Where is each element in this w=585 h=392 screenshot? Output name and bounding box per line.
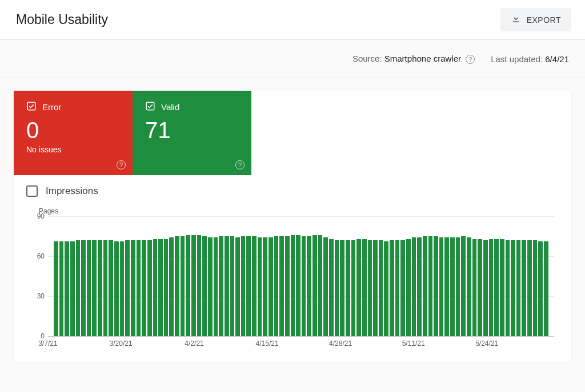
chart-bar <box>373 240 378 336</box>
tile-error[interactable]: Error 0 No issues ? <box>14 91 133 175</box>
chart-x-tick: 4/28/21 <box>329 340 352 347</box>
chart-bar <box>147 240 152 336</box>
chart-bar <box>219 236 223 336</box>
chart-bar <box>191 235 196 336</box>
chart-bar <box>291 235 295 336</box>
chart-bar <box>164 239 169 336</box>
chart-bar <box>186 235 190 336</box>
chart-bar <box>329 239 334 336</box>
chart-bar <box>158 239 163 336</box>
chart-bar <box>346 240 350 336</box>
chart-x-tick: 5/24/21 <box>475 340 498 347</box>
chart-bar <box>98 240 102 336</box>
chart-bar <box>208 237 213 336</box>
chart-bar <box>368 240 372 336</box>
chart-y-tick: 30 <box>31 292 45 300</box>
impressions-checkbox[interactable] <box>26 185 38 197</box>
chart-bar <box>59 241 64 336</box>
chart-bar <box>379 240 383 336</box>
chart-bar <box>87 240 91 336</box>
chart-bar <box>516 240 521 336</box>
chart-bar <box>76 240 81 336</box>
chart-bar <box>527 240 532 336</box>
tile-valid-count: 71 <box>145 118 241 143</box>
updated-label: Last updated: <box>491 54 543 64</box>
chart-bar <box>406 239 411 336</box>
chart-bar <box>109 240 113 336</box>
chart-bar <box>538 241 543 336</box>
chart-bar <box>444 237 449 336</box>
chart-bar <box>120 241 125 336</box>
help-icon[interactable]: ? <box>466 55 475 64</box>
chart-bar <box>279 236 284 336</box>
export-label: EXPORT <box>527 15 561 25</box>
chart-bar <box>434 236 438 336</box>
chart-bar <box>439 237 444 336</box>
chart-bar <box>544 241 548 336</box>
chart-y-tick: 90 <box>31 212 45 220</box>
chart-bar <box>153 239 158 336</box>
chart-bar <box>417 237 422 336</box>
chart-bar <box>131 240 135 336</box>
chart-y-title: Pages <box>39 207 559 215</box>
chart-bar <box>351 240 356 336</box>
chart-plot-area: 0306090 <box>48 216 554 336</box>
chart-bar <box>522 240 526 336</box>
chart-bar <box>400 240 405 336</box>
chart-y-tick: 0 <box>31 332 45 340</box>
chart-bar <box>114 241 119 336</box>
chart-bar <box>472 239 477 336</box>
chart-bar <box>533 240 538 336</box>
download-icon <box>511 14 521 26</box>
chart-bar <box>318 235 323 336</box>
chart-x-tick: 4/2/21 <box>185 340 203 347</box>
page-title: Mobile Usability <box>16 12 108 27</box>
source-value: Smartphone crawler <box>384 54 461 63</box>
chart-bars <box>48 216 554 336</box>
chart-bar <box>478 239 482 336</box>
chart-bar <box>263 237 267 336</box>
chart-gridline <box>48 336 554 337</box>
chart-bar <box>323 237 328 336</box>
help-icon[interactable]: ? <box>117 160 126 169</box>
chart-bar <box>65 241 69 336</box>
chart-bar <box>423 236 427 336</box>
help-icon[interactable]: ? <box>235 160 245 169</box>
chart-bar <box>225 236 229 336</box>
chart-bar <box>384 241 388 336</box>
summary-card: Error 0 No issues ? Valid 71 ? Impressio… <box>14 91 571 361</box>
chart-x-tick: 3/20/21 <box>110 340 133 347</box>
chart-bar <box>252 236 257 336</box>
chart-bar <box>274 236 279 336</box>
chart-bar <box>214 237 218 336</box>
chart-bar <box>390 240 394 336</box>
meta-row: Source: Smartphone crawler ? Last update… <box>0 40 585 78</box>
chart-bar <box>412 237 416 336</box>
tile-error-label: Error <box>42 102 61 112</box>
svg-rect-1 <box>146 102 154 110</box>
chart-bar <box>235 237 240 336</box>
chart-bar <box>494 239 499 336</box>
chart-y-tick: 60 <box>31 252 45 260</box>
chart-bar <box>258 237 262 336</box>
tile-error-count: 0 <box>26 118 122 143</box>
export-button[interactable]: EXPORT <box>500 8 571 31</box>
chart-bar <box>125 240 130 336</box>
impressions-row: Impressions <box>14 175 571 203</box>
chart-bar <box>241 236 246 336</box>
chart-bar <box>296 235 300 336</box>
chart-bar <box>137 240 141 336</box>
chart-x-tick: 3/7/21 <box>38 340 57 347</box>
svg-rect-0 <box>27 102 35 110</box>
tile-valid[interactable]: Valid 71 ? <box>133 91 251 175</box>
chart-bar <box>285 236 290 336</box>
chart-bar <box>428 236 433 336</box>
chart-bar <box>103 240 108 336</box>
chart-bar <box>362 239 367 336</box>
chart-bar <box>456 237 460 336</box>
chart-bar <box>489 239 494 336</box>
chart-bar <box>340 240 344 336</box>
chart-bar <box>142 240 146 336</box>
chart-bar <box>335 240 339 336</box>
updated-value: 6/4/21 <box>545 54 569 64</box>
